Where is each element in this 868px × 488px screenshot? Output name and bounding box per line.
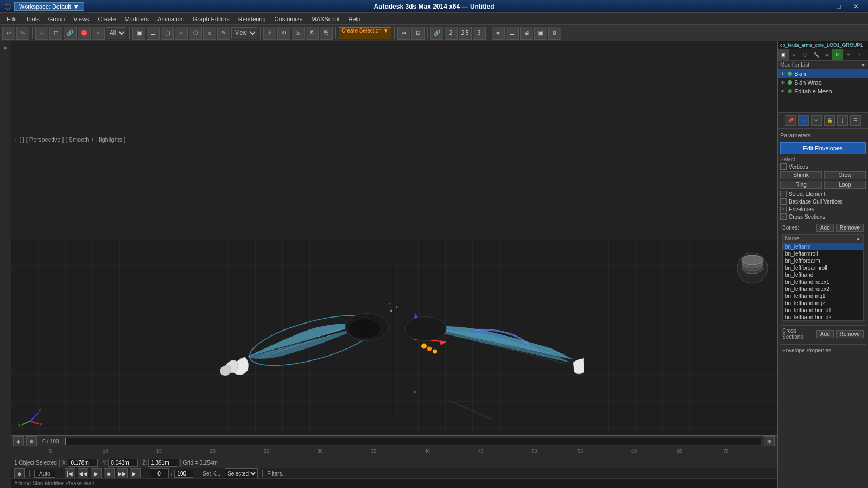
add-time-tag-btn[interactable]: ◈ — [13, 436, 24, 446]
select-element-check[interactable] — [780, 191, 787, 197]
render-btn[interactable]: 🖥 — [520, 27, 533, 40]
filter-select[interactable]: All — [106, 27, 126, 39]
menu-create[interactable]: Create — [93, 15, 120, 23]
mirror-btn[interactable]: ⇔ — [397, 27, 410, 40]
bone-lefthandindex2[interactable]: bn_lefthandindex2 — [783, 286, 863, 293]
mod-icon-1[interactable]: 📌 — [785, 115, 796, 126]
scale3-btn[interactable]: % — [320, 27, 333, 40]
bone-lefthandthumb2[interactable]: bn_lefthandthumb2 — [783, 314, 863, 321]
rp-tab-extra[interactable]: ⋯ — [854, 49, 865, 60]
menu-views[interactable]: Views — [69, 15, 93, 23]
modifier-skinwrap[interactable]: 👁 Skin Wrap — [778, 78, 868, 87]
envelopes-check[interactable] — [780, 206, 787, 212]
viewport-3d[interactable]: Z X Y — [11, 238, 777, 435]
vertices-check[interactable] — [780, 163, 787, 170]
shrink-btn[interactable]: Shrink — [780, 171, 822, 179]
bones-add-btn[interactable]: Add — [816, 224, 834, 232]
mod-icon-5[interactable]: ⭥ — [837, 115, 848, 126]
menu-edit[interactable]: Edit — [2, 15, 21, 23]
rp-tab-utilities[interactable]: 🔧 — [810, 49, 821, 60]
select-obj-btn[interactable]: ▣ — [132, 27, 145, 40]
rp-tab-render[interactable]: ◈ — [821, 49, 832, 60]
y-input[interactable] — [108, 459, 138, 467]
paint-sel-btn[interactable]: ✎ — [217, 27, 230, 40]
mod-icon-6[interactable]: ☰ — [850, 115, 861, 126]
snap2d-btn[interactable]: 2 — [445, 27, 458, 40]
scale2-btn[interactable]: ⇱ — [306, 27, 319, 40]
menu-maxscript[interactable]: MAXScript — [307, 15, 344, 23]
menu-tools[interactable]: Tools — [21, 15, 44, 23]
bone-lefthandthumb1[interactable]: bn_lefthandthumb1 — [783, 307, 863, 314]
undo-btn[interactable]: ↩ — [2, 27, 15, 40]
prev-frame-btn[interactable]: |◀ — [65, 468, 75, 478]
menu-help[interactable]: Help — [344, 15, 365, 23]
menu-modifiers[interactable]: Modifiers — [120, 15, 153, 23]
view-select[interactable]: View — [231, 27, 257, 39]
create-selection-btn[interactable]: Create Selection ▼ — [339, 27, 391, 39]
select-by-name-btn[interactable]: ☰ — [147, 27, 160, 40]
play-btn[interactable]: ▶ — [91, 468, 102, 478]
bones-scrollbar[interactable] — [782, 321, 864, 323]
key-mode-btn[interactable]: ◆ — [14, 468, 25, 478]
move-btn[interactable]: ✛ — [263, 27, 276, 40]
rotate-btn[interactable]: ↻ — [277, 27, 290, 40]
skinwrap-eye-icon[interactable]: 👁 — [780, 80, 785, 85]
next-key-btn[interactable]: ▶▶ — [117, 468, 128, 478]
menu-group[interactable]: Group — [44, 15, 69, 23]
rect-sel-btn[interactable]: ▢ — [161, 27, 174, 40]
menu-rendering[interactable]: Rendering — [234, 15, 270, 23]
stop-btn[interactable]: ■ — [104, 468, 115, 478]
bone-leftarm[interactable]: bn_leftarm — [783, 243, 863, 250]
bones-list[interactable]: Name ▲ bn_leftarm bn_leftarmroll bn_left… — [782, 234, 864, 321]
rp-tab-modify[interactable]: M — [832, 49, 843, 60]
mod-icon-2[interactable]: ⊹ — [798, 115, 809, 126]
link-btn[interactable]: 🔗 — [64, 27, 77, 40]
left-panel-play[interactable]: ▶ — [1, 43, 10, 52]
auto-key-button[interactable]: Auto — [34, 470, 55, 478]
circle-sel-btn[interactable]: ○ — [175, 27, 188, 40]
snap-btn[interactable]: 🔗 — [430, 27, 443, 40]
ring-btn[interactable]: Ring — [780, 181, 822, 189]
loop-btn[interactable]: Loop — [824, 181, 866, 189]
modifier-editable-mesh[interactable]: 👁 Editable Mesh — [778, 87, 868, 96]
menu-graph-editors[interactable]: Graph Editors — [188, 15, 234, 23]
x-input[interactable] — [68, 459, 98, 467]
bone-lefthand[interactable]: bn_lefthand — [783, 271, 863, 278]
snap25d-btn[interactable]: 2.5 — [459, 27, 472, 40]
rp-tab-motion[interactable]: ≡ — [789, 49, 800, 60]
edit-envelopes-button[interactable]: Edit Envelopes — [780, 142, 866, 154]
fence-sel-btn[interactable]: ⬠ — [189, 27, 202, 40]
select-region-btn[interactable]: ◻ — [49, 27, 62, 40]
prev-key-btn[interactable]: ◀◀ — [78, 468, 88, 478]
rp-tab-hierarchy[interactable]: ⬡ — [800, 49, 810, 60]
layer-btn[interactable]: ☰ — [506, 27, 519, 40]
maximize-button[interactable]: □ — [831, 1, 846, 12]
scale-btn[interactable]: ⇲ — [292, 27, 305, 40]
bone-lefthandring2[interactable]: bn_lefthandring2 — [783, 300, 863, 307]
bone-lefthandring1[interactable]: bn_lefthandring1 — [783, 293, 863, 300]
total-frames-input[interactable] — [174, 470, 193, 478]
named-sel-btn[interactable]: ★ — [492, 27, 505, 40]
setkey-select[interactable]: Selected — [225, 468, 258, 478]
timeline-options-btn[interactable]: ⚙ — [26, 436, 37, 446]
snap3d-btn[interactable]: 3 — [473, 27, 486, 40]
timeline-end-btn[interactable]: ⊞ — [764, 436, 775, 446]
modifier-skin[interactable]: 👁 Skin — [778, 69, 868, 78]
render-setup-btn[interactable]: ⚙ — [548, 27, 561, 40]
skin-eye-icon[interactable]: 👁 — [780, 71, 785, 77]
z-input[interactable] — [148, 459, 178, 467]
rp-tab-display[interactable]: ▣ — [778, 49, 789, 60]
redo-btn[interactable]: ↪ — [16, 27, 29, 40]
bone-lefthandindex1[interactable]: bn_lefthandindex1 — [783, 278, 863, 286]
menu-animation[interactable]: Animation — [153, 15, 188, 23]
workspace-btn[interactable]: Workspace: Default ▼ — [14, 2, 84, 11]
render-frame-btn[interactable]: ▣ — [534, 27, 547, 40]
bone-leftarmroll[interactable]: bn_leftarmroll — [783, 250, 863, 257]
minimize-button[interactable]: — — [814, 1, 829, 12]
select-btn[interactable]: ⊹ — [35, 27, 48, 40]
timeline-track[interactable] — [65, 438, 762, 445]
rp-tab-create[interactable]: + — [843, 49, 854, 60]
grow-btn[interactable]: Grow — [824, 171, 866, 179]
backface-check[interactable] — [780, 198, 787, 205]
cs-add-btn[interactable]: Add — [816, 330, 834, 338]
